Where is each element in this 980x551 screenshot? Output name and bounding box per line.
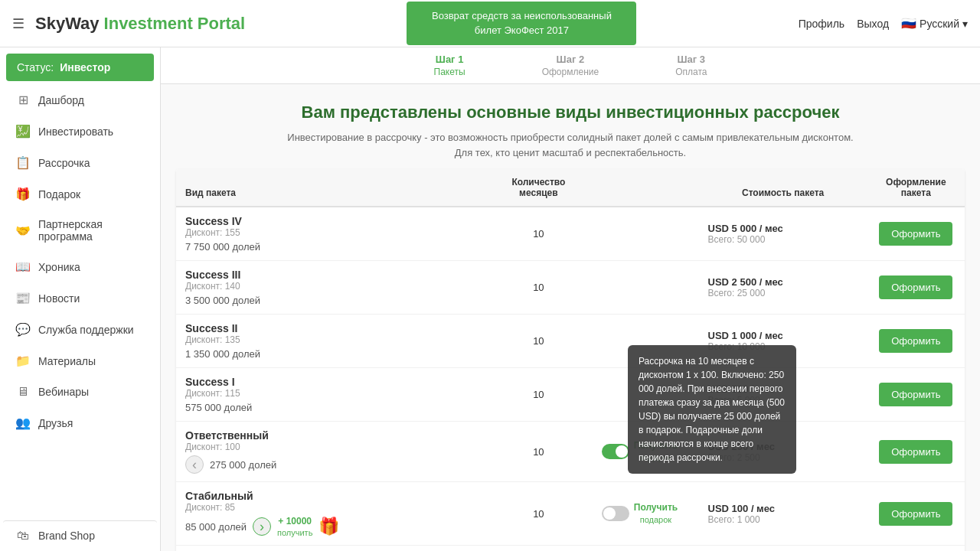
toggle-track-4 — [602, 444, 629, 459]
price-per-5: USD 100 / мес — [708, 503, 858, 514]
logo-skyway: SkyWay — [35, 14, 100, 34]
sidebar-item-gift[interactable]: 🎁 Подарок — [3, 179, 157, 209]
chevron-down-icon: ▾ — [962, 18, 968, 30]
receive-gift-5: Получить подарок — [634, 502, 678, 525]
months-cell-2: 10 — [496, 315, 580, 368]
pkg-name-1: Success III — [185, 269, 487, 281]
order-button-1[interactable]: Оформить — [879, 276, 952, 299]
arrow-prev-4[interactable]: ‹ — [185, 455, 204, 474]
page-title: Вам представлены основные виды инвестици… — [176, 103, 965, 122]
step-3-label: Оплата — [675, 67, 707, 77]
months-cell-1: 10 — [496, 261, 580, 315]
webinars-icon: 🖥 — [15, 385, 31, 399]
pkg-discount-5: Дисконт: 85 — [185, 502, 487, 513]
sidebar-label-support: Служба поддержки — [38, 324, 134, 336]
step-1-num: Шаг 1 — [434, 54, 466, 65]
sidebar-item-invest[interactable]: 💹 Инвестировать — [3, 116, 157, 146]
promo-button[interactable]: Возврат средств за неиспользованный биле… — [407, 2, 636, 44]
gift-box-icon-5: 🎁 — [318, 517, 339, 536]
toggle-thumb-4 — [616, 445, 628, 458]
pkg-discount-0: Дисконт: 155 — [185, 227, 487, 238]
table-row: Success I Дисконт: 115 575 000 долей10 U… — [176, 368, 965, 422]
sidebar-label-materials: Материалы — [38, 355, 96, 367]
sidebar-status: Статус: Инвестор — [6, 54, 154, 81]
toggle-cell-5: Получить подарок — [580, 482, 698, 546]
pkg-name-5: Стабильный — [185, 490, 487, 502]
pkg-cell-3: Success I Дисконт: 115 575 000 долей — [176, 368, 496, 422]
sidebar-label-news: Новости — [38, 292, 80, 305]
pkg-name-2: Success II — [185, 322, 487, 334]
pkg-shares-3: 575 000 долей — [185, 402, 252, 413]
table-row: Success III Дисконт: 140 3 500 000 долей… — [176, 261, 965, 315]
gift-plus-5: + 10000 — [278, 516, 312, 527]
step-2-num: Шаг 2 — [542, 54, 599, 65]
sidebar-item-dashboard[interactable]: ⊞ Дашборд — [3, 85, 157, 115]
order-button-4[interactable]: Оформить — [879, 440, 952, 464]
price-per-1: USD 2 500 / мес — [708, 276, 858, 288]
col-header-months: Количество месяцев — [496, 169, 580, 207]
order-button-0[interactable]: Оформить — [879, 222, 952, 246]
pkg-cell-0: Success IV Дисконт: 155 7 750 000 долей — [176, 207, 496, 261]
order-button-5[interactable]: Оформить — [879, 502, 952, 526]
step-3: Шаг 3 Оплата — [675, 54, 707, 77]
pkg-discount-2: Дисконт: 135 — [185, 334, 487, 345]
partner-icon: 🤝 — [15, 223, 31, 238]
toggle-switch-4[interactable] — [602, 444, 629, 459]
nav-profile-link[interactable]: Профиль — [799, 18, 844, 30]
arrow-next-5[interactable]: › — [253, 517, 271, 536]
order-button-3[interactable]: Оформить — [879, 383, 952, 406]
toggle-switch-5[interactable] — [602, 506, 629, 521]
pkg-name-0: Success IV — [185, 215, 487, 227]
sidebar-item-friends[interactable]: 👥 Друзья — [3, 408, 157, 438]
toggle-cell-0 — [580, 207, 698, 261]
col-header-package: Вид пакета — [176, 169, 496, 207]
lang-selector[interactable]: 🇷🇺 Русский ▾ — [901, 16, 968, 31]
sidebar-item-installment[interactable]: 📋 Рассрочка — [3, 148, 157, 178]
support-icon: 💬 — [15, 322, 31, 337]
menu-icon[interactable]: ☰ — [12, 15, 24, 32]
steps-bar: Шаг 1 Пакеты Шаг 2 Оформление Шаг 3 Опла… — [161, 47, 980, 84]
price-per-2: USD 1 000 / мес — [708, 330, 858, 341]
price-cell-0: USD 5 000 / мес Всего: 50 000 — [699, 207, 867, 261]
pkg-cell-6: Доступный Дисконт: 70 35 000 долей › + 5… — [176, 546, 496, 552]
sidebar-item-history[interactable]: 📖 Хроника — [3, 252, 157, 282]
sidebar-item-support[interactable]: 💬 Служба поддержки — [3, 315, 157, 344]
dashboard-icon: ⊞ — [15, 93, 31, 107]
pkg-shares-4: 275 000 долей — [210, 459, 276, 471]
pkg-discount-4: Дисконт: 100 — [185, 442, 487, 452]
sidebar-item-webinars[interactable]: 🖥 Вебинары — [3, 377, 157, 406]
pkg-name-4: Ответственный — [185, 429, 487, 442]
pkg-cell-5: Стабильный Дисконт: 85 85 000 долей › + … — [176, 482, 496, 546]
table-row: Success IV Дисконт: 155 7 750 000 долей1… — [176, 207, 965, 261]
order-cell-2: Оформить — [867, 315, 965, 368]
invest-icon: 💹 — [15, 124, 31, 139]
sidebar-label-friends: Друзья — [38, 417, 73, 429]
header-right: Профиль Выход 🇷🇺 Русский ▾ — [799, 16, 968, 31]
order-cell-3: Оформить — [867, 368, 965, 422]
order-cell-0: Оформить — [867, 207, 965, 261]
main-content: Шаг 1 Пакеты Шаг 2 Оформление Шаг 3 Опла… — [161, 47, 980, 551]
header-center: Возврат средств за неиспользованный биле… — [245, 2, 799, 44]
months-cell-4: 10 — [496, 422, 580, 482]
news-icon: 📰 — [15, 291, 31, 305]
price-cell-6: USD 50 / мес Всего: 500 — [699, 546, 867, 552]
sidebar-item-materials[interactable]: 📁 Материалы — [3, 346, 157, 376]
sidebar-item-brand-shop[interactable]: 🛍 Brand Shop — [3, 520, 157, 550]
sidebar-item-partner[interactable]: 🤝 Партнерская программа — [3, 210, 157, 250]
price-per-0: USD 5 000 / мес — [708, 223, 858, 234]
order-cell-6: Оформить — [867, 546, 965, 552]
sidebar-label-webinars: Вебинары — [38, 386, 89, 398]
nav-logout-link[interactable]: Выход — [857, 18, 889, 30]
sidebar-item-news[interactable]: 📰 Новости — [3, 283, 157, 313]
order-button-2[interactable]: Оформить — [879, 329, 952, 353]
history-icon: 📖 — [15, 259, 31, 274]
months-cell-6: 10 — [496, 546, 580, 552]
price-total-0: Всего: 50 000 — [708, 234, 858, 245]
sidebar-label-installment: Рассрочка — [38, 157, 90, 169]
sidebar: Статус: Инвестор ⊞ Дашборд 💹 Инвестирова… — [0, 47, 161, 551]
price-cell-5: USD 100 / мес Всего: 1 000 — [699, 482, 867, 546]
brand-shop-icon: 🛍 — [15, 529, 31, 543]
pkg-cell-2: Success II Дисконт: 135 1 350 000 долей — [176, 315, 496, 368]
price-cell-1: USD 2 500 / мес Всего: 25 000 — [699, 261, 867, 315]
step-3-num: Шаг 3 — [675, 54, 707, 65]
